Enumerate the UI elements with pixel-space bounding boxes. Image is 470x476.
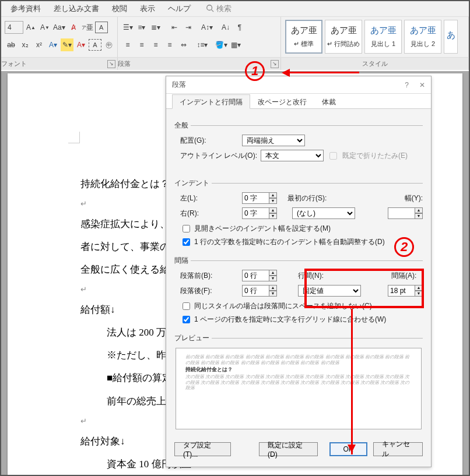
borders-icon[interactable]: ▦▾ <box>229 38 242 51</box>
superscript-icon[interactable]: x² <box>33 38 45 51</box>
font-launcher-icon[interactable]: ↘ <box>107 60 115 68</box>
align-right-icon[interactable]: ≡ <box>149 38 162 51</box>
auto-adjust-chk[interactable] <box>183 238 190 246</box>
grow-font-icon[interactable]: A▲ <box>24 21 37 34</box>
increase-indent-icon[interactable]: ⇥ <box>182 21 195 34</box>
tab-references[interactable]: 参考資料 <box>6 1 45 16</box>
dialog-footer: タブ設定(T)... 既定に設定(D) OK キャンセル <box>166 436 431 463</box>
alignment-label: 配置(G): <box>174 136 238 146</box>
enclosed-char-icon[interactable]: ㊥ <box>103 38 115 51</box>
cancel-button[interactable]: キャンセル <box>373 442 423 456</box>
linespacing-select[interactable]: 固定値 <box>298 285 361 297</box>
section-preview: プレビュー <box>174 333 212 343</box>
align-justify-icon[interactable]: ≡ <box>163 38 176 51</box>
nospace-same-style-label: 同じスタイルの場合は段落間にスペースを追加しない(C) <box>194 301 372 311</box>
ribbon-tabs: 参考資料 差し込み文書 校閲 表示 ヘルプ 検索 <box>1 1 469 16</box>
group-font-label: フォント <box>1 59 27 68</box>
phonetic-guide-icon[interactable]: ア亜 <box>81 21 94 34</box>
highlight-icon[interactable]: ✎▾ <box>61 38 73 51</box>
distribute-icon[interactable]: ⇔ <box>177 38 190 51</box>
nospace-same-style-chk[interactable] <box>183 302 190 310</box>
alignment-select[interactable]: 両端揃え <box>242 135 305 146</box>
space-after-spinner[interactable]: ▲▼ <box>242 285 277 297</box>
sort-icon[interactable]: A↓ <box>219 21 232 34</box>
align-center-icon[interactable]: ≡ <box>135 38 148 51</box>
preview-box: 前の段落 前の段落 前の段落 前の段落 前の段落 前の段落 前の段落 前の段落 … <box>176 348 422 429</box>
char-border-icon[interactable]: A <box>89 39 101 51</box>
set-default-button[interactable]: 既定に設定(D) <box>259 442 318 456</box>
dialog-title: 段落 <box>172 80 186 90</box>
auto-adjust-label: 1 行の文字数を指定時に右のインデント幅を自動調整する(D) <box>194 237 385 247</box>
show-marks-icon[interactable]: ¶ <box>233 21 246 34</box>
tab-line-page-breaks[interactable]: 改ページと改行 <box>250 94 314 109</box>
svg-line-1 <box>212 9 214 12</box>
style-more[interactable]: あ <box>444 20 458 54</box>
shrink-font-icon[interactable]: A▼ <box>38 21 51 34</box>
space-before-spinner[interactable]: ▲▼ <box>242 270 277 281</box>
font-color-icon[interactable]: A▾ <box>75 38 87 51</box>
indent-left-spinner[interactable]: ▲▼ <box>242 192 277 204</box>
indent-width-label: 幅(Y): <box>395 193 423 203</box>
search-icon <box>206 4 214 14</box>
collapse-default-chk <box>329 152 337 160</box>
change-case-icon[interactable]: Aa▾ <box>52 21 66 34</box>
multilevel-icon[interactable]: ≣▾ <box>149 21 162 34</box>
indent-width-spinner[interactable]: ▲▼ <box>388 207 423 219</box>
font-size-combo[interactable]: 4 <box>5 21 23 34</box>
shading-icon[interactable]: 🪣▾ <box>215 38 228 51</box>
style-normal[interactable]: あア亜↵ 標準 <box>285 20 322 54</box>
close-icon[interactable]: ✕ <box>419 81 425 89</box>
line-spacing-icon[interactable]: ↕≡▾ <box>196 38 209 51</box>
text-direction-icon[interactable]: A↕▾ <box>201 21 213 34</box>
subscript-icon[interactable]: x₂ <box>19 38 31 51</box>
ribbon-commands: 4 A▲ A▼ Aa▾ A̷ ア亜 A ab x₂ x² A▾ ✎▾ A▾ A … <box>1 16 469 57</box>
bullets-icon[interactable]: ☰▾ <box>121 21 134 34</box>
group-styles-label: スタイル <box>362 59 388 68</box>
page-corner-mark <box>68 132 80 143</box>
mirror-indents-chk[interactable] <box>183 225 190 232</box>
snap-to-grid-chk[interactable] <box>183 316 190 323</box>
clear-formatting-icon[interactable]: A̷ <box>67 21 80 34</box>
group-labels: フォント↘ 段落↘ スタイル <box>1 57 469 70</box>
linespacing-label: 行間(N): <box>298 271 333 281</box>
tab-indent-spacing[interactable]: インデントと行間隔 <box>172 94 250 109</box>
ok-button[interactable]: OK <box>329 442 367 456</box>
style-heading1[interactable]: あア亜見出し 1 <box>364 20 402 54</box>
paragraph-dialog: 段落 ? ✕ インデントと行間隔 改ページと改行 体裁 全般 配置(G): 両端… <box>166 76 432 467</box>
tabs-button[interactable]: タブ設定(T)... <box>174 442 231 456</box>
section-spacing: 間隔 <box>174 256 191 266</box>
strike-icon[interactable]: ab <box>5 38 17 51</box>
style-heading2[interactable]: あア亜見出し 2 <box>404 20 441 54</box>
section-general: 全般 <box>174 121 191 131</box>
tab-view[interactable]: 表示 <box>135 1 160 16</box>
group-styles: あア亜↵ 標準 あア亜↵ 行間詰め あア亜見出し 1 あア亜見出し 2 あ <box>281 17 469 57</box>
dialog-tabs: インデントと行間隔 改ページと改行 体裁 <box>166 94 431 109</box>
svg-point-0 <box>207 5 212 10</box>
spacingval-label: 間隔(A): <box>391 271 423 281</box>
firstline-select[interactable]: (なし) <box>292 207 355 219</box>
group-font: 4 A▲ A▼ Aa▾ A̷ ア亜 A ab x₂ x² A▾ ✎▾ A▾ A … <box>1 17 118 57</box>
paragraph-launcher-icon[interactable]: ↘ <box>271 60 279 68</box>
firstline-label: 最初の行(S): <box>280 193 327 203</box>
indent-right-spinner[interactable]: ▲▼ <box>242 207 277 219</box>
enclose-char-icon[interactable]: A <box>95 22 108 33</box>
decrease-indent-icon[interactable]: ⇤ <box>168 21 181 34</box>
tab-mailings[interactable]: 差し込み文書 <box>49 1 104 16</box>
help-icon[interactable]: ? <box>405 81 409 89</box>
style-nospacing[interactable]: あア亜↵ 行間詰め <box>325 20 362 54</box>
preview-sample-line: 持続化給付金とは？ <box>185 366 412 373</box>
collapse-default-label: 既定で折りたたみ(E) <box>342 151 408 161</box>
outline-select[interactable]: 本文 <box>261 150 324 161</box>
align-left-icon[interactable]: ≡ <box>121 38 134 51</box>
preview-after-text: 次の段落 次の段落 次の段落 次の段落 次の段落 次の段落 次の段落 次の段落 … <box>185 374 412 391</box>
tab-help[interactable]: ヘルプ <box>163 1 195 16</box>
numbering-icon[interactable]: ≡▾ <box>135 21 148 34</box>
search-box[interactable]: 検索 <box>206 3 232 14</box>
spacingval-spinner[interactable]: ▲▼ <box>388 285 423 297</box>
tab-review[interactable]: 校閲 <box>107 1 132 16</box>
indent-right-label: 右(R): <box>174 209 238 218</box>
text-effects-icon[interactable]: A▾ <box>47 38 59 51</box>
space-after-label: 段落後(F): <box>174 286 238 296</box>
tab-asian-typography[interactable]: 体裁 <box>314 94 343 109</box>
indent-left-label: 左(L): <box>174 193 238 203</box>
